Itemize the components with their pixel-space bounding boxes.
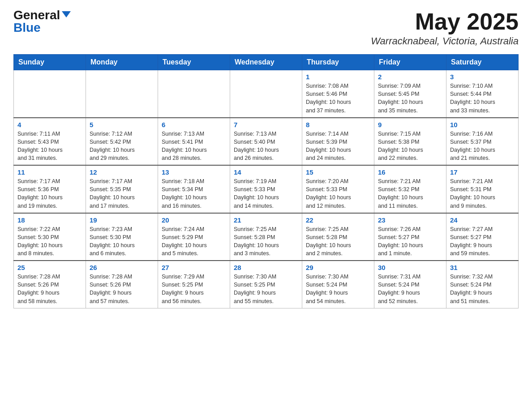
day-info: Sunrise: 7:31 AM Sunset: 5:24 PM Dayligh… [378, 273, 442, 305]
calendar-cell [158, 70, 230, 118]
day-info: Sunrise: 7:32 AM Sunset: 5:24 PM Dayligh… [450, 273, 515, 305]
day-number: 9 [378, 121, 442, 128]
calendar-cell: 14Sunrise: 7:19 AM Sunset: 5:33 PM Dayli… [230, 165, 302, 213]
day-info: Sunrise: 7:29 AM Sunset: 5:25 PM Dayligh… [162, 273, 226, 305]
day-number: 27 [162, 264, 226, 271]
day-number: 7 [234, 121, 298, 128]
calendar-cell: 26Sunrise: 7:28 AM Sunset: 5:26 PM Dayli… [86, 261, 158, 308]
day-info: Sunrise: 7:19 AM Sunset: 5:33 PM Dayligh… [234, 177, 298, 210]
day-number: 17 [450, 168, 515, 176]
day-number: 15 [306, 168, 370, 176]
day-info: Sunrise: 7:28 AM Sunset: 5:26 PM Dayligh… [90, 273, 154, 305]
day-info: Sunrise: 7:25 AM Sunset: 5:28 PM Dayligh… [234, 225, 298, 258]
month-title: May 2025 [371, 9, 519, 34]
title-block: May 2025 Warracknabeal, Victoria, Austra… [371, 9, 519, 47]
day-info: Sunrise: 7:11 AM Sunset: 5:43 PM Dayligh… [17, 130, 82, 163]
calendar-cell: 22Sunrise: 7:25 AM Sunset: 5:28 PM Dayli… [302, 213, 374, 261]
day-number: 25 [17, 264, 82, 271]
day-number: 11 [17, 168, 82, 176]
calendar-cell: 30Sunrise: 7:31 AM Sunset: 5:24 PM Dayli… [374, 261, 446, 308]
calendar-cell: 13Sunrise: 7:18 AM Sunset: 5:34 PM Dayli… [158, 165, 230, 213]
day-number: 26 [90, 264, 154, 271]
weekday-header-monday: Monday [86, 55, 158, 70]
day-number: 19 [90, 216, 154, 224]
day-info: Sunrise: 7:12 AM Sunset: 5:42 PM Dayligh… [90, 130, 154, 163]
day-number: 6 [162, 121, 226, 128]
logo: General Blue [13, 9, 71, 34]
day-info: Sunrise: 7:28 AM Sunset: 5:26 PM Dayligh… [17, 273, 82, 305]
day-number: 3 [450, 73, 515, 81]
day-info: Sunrise: 7:13 AM Sunset: 5:41 PM Dayligh… [162, 130, 226, 163]
calendar-cell: 20Sunrise: 7:24 AM Sunset: 5:29 PM Dayli… [158, 213, 230, 261]
calendar-week-row: 18Sunrise: 7:22 AM Sunset: 5:30 PM Dayli… [14, 213, 519, 261]
day-number: 10 [450, 121, 515, 128]
day-info: Sunrise: 7:30 AM Sunset: 5:25 PM Dayligh… [234, 273, 298, 305]
day-number: 5 [90, 121, 154, 128]
calendar-week-row: 25Sunrise: 7:28 AM Sunset: 5:26 PM Dayli… [14, 261, 519, 308]
day-info: Sunrise: 7:08 AM Sunset: 5:46 PM Dayligh… [306, 82, 370, 115]
day-number: 28 [234, 264, 298, 271]
day-number: 2 [378, 73, 442, 81]
day-info: Sunrise: 7:21 AM Sunset: 5:31 PM Dayligh… [450, 177, 515, 210]
calendar-cell [86, 70, 158, 118]
calendar-cell: 7Sunrise: 7:13 AM Sunset: 5:40 PM Daylig… [230, 118, 302, 166]
day-info: Sunrise: 7:14 AM Sunset: 5:39 PM Dayligh… [306, 130, 370, 163]
weekday-header-saturday: Saturday [446, 55, 519, 70]
day-info: Sunrise: 7:09 AM Sunset: 5:45 PM Dayligh… [378, 82, 442, 115]
calendar-cell: 11Sunrise: 7:17 AM Sunset: 5:36 PM Dayli… [14, 165, 86, 213]
calendar-cell: 25Sunrise: 7:28 AM Sunset: 5:26 PM Dayli… [14, 261, 86, 308]
calendar-table: SundayMondayTuesdayWednesdayThursdayFrid… [13, 54, 519, 308]
calendar-cell: 4Sunrise: 7:11 AM Sunset: 5:43 PM Daylig… [14, 118, 86, 166]
calendar-cell: 27Sunrise: 7:29 AM Sunset: 5:25 PM Dayli… [158, 261, 230, 308]
calendar-cell: 21Sunrise: 7:25 AM Sunset: 5:28 PM Dayli… [230, 213, 302, 261]
calendar-cell: 5Sunrise: 7:12 AM Sunset: 5:42 PM Daylig… [86, 118, 158, 166]
calendar-cell: 1Sunrise: 7:08 AM Sunset: 5:46 PM Daylig… [302, 70, 374, 118]
calendar-week-row: 1Sunrise: 7:08 AM Sunset: 5:46 PM Daylig… [14, 70, 519, 118]
calendar-cell: 17Sunrise: 7:21 AM Sunset: 5:31 PM Dayli… [446, 165, 519, 213]
calendar-cell: 2Sunrise: 7:09 AM Sunset: 5:45 PM Daylig… [374, 70, 446, 118]
day-info: Sunrise: 7:23 AM Sunset: 5:30 PM Dayligh… [90, 225, 154, 258]
weekday-header-thursday: Thursday [302, 55, 374, 70]
calendar-cell: 16Sunrise: 7:21 AM Sunset: 5:32 PM Dayli… [374, 165, 446, 213]
calendar-cell: 19Sunrise: 7:23 AM Sunset: 5:30 PM Dayli… [86, 213, 158, 261]
day-info: Sunrise: 7:21 AM Sunset: 5:32 PM Dayligh… [378, 177, 442, 210]
day-info: Sunrise: 7:15 AM Sunset: 5:38 PM Dayligh… [378, 130, 442, 163]
day-number: 23 [378, 216, 442, 224]
day-info: Sunrise: 7:26 AM Sunset: 5:27 PM Dayligh… [378, 225, 442, 258]
calendar-cell: 10Sunrise: 7:16 AM Sunset: 5:37 PM Dayli… [446, 118, 519, 166]
day-number: 20 [162, 216, 226, 224]
day-info: Sunrise: 7:10 AM Sunset: 5:44 PM Dayligh… [450, 82, 515, 115]
page-header: General Blue May 2025 Warracknabeal, Vic… [13, 9, 519, 47]
day-info: Sunrise: 7:24 AM Sunset: 5:29 PM Dayligh… [162, 225, 226, 258]
calendar-cell: 12Sunrise: 7:17 AM Sunset: 5:35 PM Dayli… [86, 165, 158, 213]
day-number: 31 [450, 264, 515, 271]
day-number: 18 [17, 216, 82, 224]
calendar-cell: 31Sunrise: 7:32 AM Sunset: 5:24 PM Dayli… [446, 261, 519, 308]
calendar-cell: 3Sunrise: 7:10 AM Sunset: 5:44 PM Daylig… [446, 70, 519, 118]
day-number: 12 [90, 168, 154, 176]
calendar-cell: 18Sunrise: 7:22 AM Sunset: 5:30 PM Dayli… [14, 213, 86, 261]
weekday-header-friday: Friday [374, 55, 446, 70]
day-number: 30 [378, 264, 442, 271]
day-number: 8 [306, 121, 370, 128]
day-number: 13 [162, 168, 226, 176]
day-number: 29 [306, 264, 370, 271]
calendar-cell: 9Sunrise: 7:15 AM Sunset: 5:38 PM Daylig… [374, 118, 446, 166]
day-info: Sunrise: 7:22 AM Sunset: 5:30 PM Dayligh… [17, 225, 82, 258]
day-number: 1 [306, 73, 370, 81]
day-number: 4 [17, 121, 82, 128]
weekday-header-tuesday: Tuesday [158, 55, 230, 70]
location-title: Warracknabeal, Victoria, Australia [371, 35, 519, 47]
calendar-week-row: 4Sunrise: 7:11 AM Sunset: 5:43 PM Daylig… [14, 118, 519, 166]
day-info: Sunrise: 7:27 AM Sunset: 5:27 PM Dayligh… [450, 225, 515, 258]
logo-blue: Blue [13, 21, 41, 34]
calendar-cell: 15Sunrise: 7:20 AM Sunset: 5:33 PM Dayli… [302, 165, 374, 213]
day-info: Sunrise: 7:20 AM Sunset: 5:33 PM Dayligh… [306, 177, 370, 210]
day-info: Sunrise: 7:13 AM Sunset: 5:40 PM Dayligh… [234, 130, 298, 163]
calendar-header-row: SundayMondayTuesdayWednesdayThursdayFrid… [14, 55, 519, 70]
day-number: 16 [378, 168, 442, 176]
calendar-cell [14, 70, 86, 118]
day-info: Sunrise: 7:18 AM Sunset: 5:34 PM Dayligh… [162, 177, 226, 210]
weekday-header-wednesday: Wednesday [230, 55, 302, 70]
day-number: 22 [306, 216, 370, 224]
